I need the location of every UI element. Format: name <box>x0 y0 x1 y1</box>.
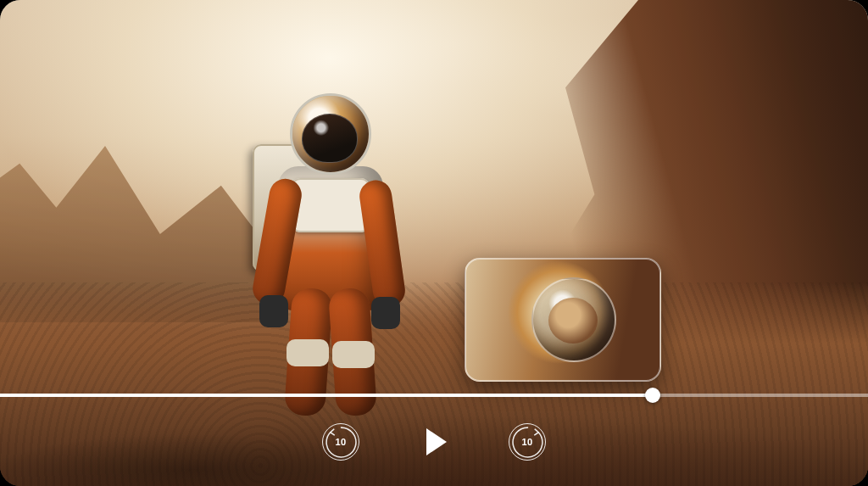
video-player: 10 10 <box>0 0 868 486</box>
progress-fill <box>0 394 653 397</box>
progress-track[interactable] <box>0 394 868 397</box>
skip-forward-button[interactable]: 10 <box>509 423 546 461</box>
seek-preview-thumbnail[interactable] <box>465 258 661 382</box>
skip-back-label: 10 <box>336 437 347 447</box>
play-button[interactable] <box>414 422 454 462</box>
skip-forward-label: 10 <box>522 437 533 447</box>
play-icon <box>426 428 447 455</box>
progress-handle[interactable] <box>645 388 660 403</box>
skip-back-button[interactable]: 10 <box>322 423 359 461</box>
transport-controls: 10 10 <box>0 412 868 472</box>
